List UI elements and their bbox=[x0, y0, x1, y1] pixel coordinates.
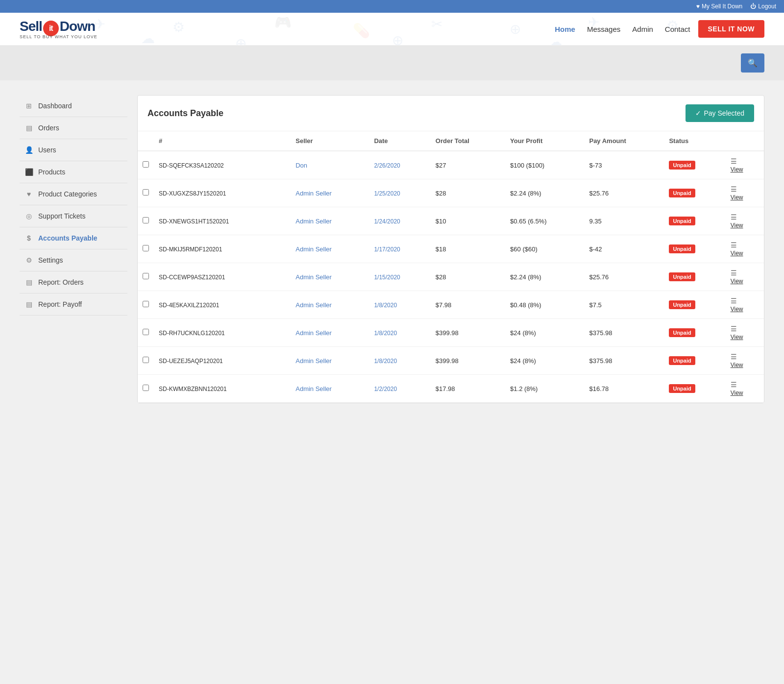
logout-link[interactable]: ⏻ Logout bbox=[750, 3, 776, 10]
sidebar-item-dashboard[interactable]: ⊞ Dashboard bbox=[20, 95, 127, 117]
row-actions: ☰ View bbox=[726, 291, 764, 319]
main-nav: Home Messages Admin Contact bbox=[555, 25, 690, 33]
view-link[interactable]: View bbox=[731, 250, 759, 257]
nav-home[interactable]: Home bbox=[555, 25, 575, 33]
row-checkbox-4[interactable] bbox=[143, 273, 149, 279]
sidebar-item-orders[interactable]: ▤ Orders bbox=[20, 117, 127, 139]
view-link[interactable]: View bbox=[731, 334, 759, 341]
row-checkbox-cell bbox=[138, 151, 154, 179]
row-your-profit: $0.65 (6.5%) bbox=[505, 207, 584, 235]
view-link[interactable]: View bbox=[731, 362, 759, 368]
seller-link[interactable]: Admin Seller bbox=[295, 329, 332, 337]
sidebar-item-product-categories[interactable]: ♥ Product Categories bbox=[20, 183, 127, 205]
sidebar-item-report-orders[interactable]: ▤ Report: Orders bbox=[20, 271, 127, 293]
view-link[interactable]: View bbox=[731, 306, 759, 313]
table-row: SD-MKIJ5RMDF120201 Admin Seller 1/17/202… bbox=[138, 235, 764, 263]
row-status: Unpaid bbox=[664, 347, 725, 375]
dashboard-icon: ⊞ bbox=[24, 102, 33, 110]
logout-label: Logout bbox=[758, 3, 776, 10]
sell-it-now-button[interactable]: SELL IT NOW bbox=[698, 20, 764, 38]
row-your-profit: $24 (8%) bbox=[505, 347, 584, 375]
product-categories-icon: ♥ bbox=[24, 190, 33, 198]
row-checkbox-8[interactable] bbox=[143, 385, 149, 391]
seller-link[interactable]: Admin Seller bbox=[295, 385, 332, 392]
sidebar-item-settings[interactable]: ⚙ Settings bbox=[20, 249, 127, 271]
heart-icon: ♥ bbox=[696, 3, 700, 10]
sidebar-item-report-payoff[interactable]: ▤ Report: Payoff bbox=[20, 293, 127, 316]
row-your-profit: $24 (8%) bbox=[505, 319, 584, 347]
row-checkbox-5[interactable] bbox=[143, 301, 149, 307]
row-date: 1/25/2020 bbox=[369, 179, 430, 207]
row-id: SD-RH7UCKNLG120201 bbox=[154, 319, 291, 347]
content-header: Accounts Payable ✓ Pay Selected bbox=[138, 96, 764, 131]
sidebar-item-users[interactable]: 👤 Users bbox=[20, 139, 127, 161]
my-account-label: My Sell It Down bbox=[702, 3, 742, 10]
content-panel: Accounts Payable ✓ Pay Selected # Seller… bbox=[137, 95, 764, 403]
th-seller: Seller bbox=[291, 131, 369, 151]
sidebar-item-products[interactable]: ⬛ Products bbox=[20, 161, 127, 183]
row-checkbox-2[interactable] bbox=[143, 217, 149, 223]
row-pay-amount: $25.76 bbox=[584, 263, 664, 291]
view-link[interactable]: View bbox=[731, 390, 759, 396]
main-container: ⊞ Dashboard ▤ Orders 👤 Users ⬛ Products … bbox=[0, 80, 784, 418]
row-actions: ☰ View bbox=[726, 347, 764, 375]
seller-link[interactable]: Admin Seller bbox=[295, 301, 332, 309]
accounts-payable-table: # Seller Date Order Total Your Profit Pa… bbox=[138, 131, 764, 403]
view-link[interactable]: View bbox=[731, 278, 759, 285]
checkmark-icon: ✓ bbox=[695, 109, 701, 117]
view-link[interactable]: View bbox=[731, 194, 759, 201]
top-bar: ♥ My Sell It Down ⏻ Logout bbox=[0, 0, 784, 13]
search-button[interactable]: 🔍 bbox=[741, 53, 764, 73]
nav-messages[interactable]: Messages bbox=[587, 25, 620, 33]
row-date: 1/24/2020 bbox=[369, 207, 430, 235]
row-order-total: $399.98 bbox=[431, 319, 505, 347]
row-date: 1/2/2020 bbox=[369, 375, 430, 403]
nav-admin[interactable]: Admin bbox=[632, 25, 653, 33]
row-checkbox-7[interactable] bbox=[143, 357, 149, 363]
view-link[interactable]: View bbox=[731, 222, 759, 229]
row-order-total: $10 bbox=[431, 207, 505, 235]
row-date: 1/8/2020 bbox=[369, 291, 430, 319]
list-icon: ☰ bbox=[731, 185, 737, 193]
sidebar-support-tickets-label: Support Tickets bbox=[38, 212, 86, 220]
row-pay-amount: $16.78 bbox=[584, 375, 664, 403]
my-account-link[interactable]: ♥ My Sell It Down bbox=[696, 3, 742, 10]
seller-link[interactable]: Admin Seller bbox=[295, 357, 332, 365]
row-checkbox-3[interactable] bbox=[143, 245, 149, 251]
row-status: Unpaid bbox=[664, 235, 725, 263]
row-status: Unpaid bbox=[664, 291, 725, 319]
seller-link[interactable]: Admin Seller bbox=[295, 218, 332, 225]
row-checkbox-6[interactable] bbox=[143, 329, 149, 335]
seller-link[interactable]: Admin Seller bbox=[295, 273, 332, 281]
row-seller: Admin Seller bbox=[291, 263, 369, 291]
status-badge: Unpaid bbox=[669, 328, 695, 337]
logo[interactable]: SellitDown SELL TO BUY WHAT YOU LOVE bbox=[20, 19, 98, 39]
row-id: SD-UEZEJ5AQP120201 bbox=[154, 347, 291, 375]
table-wrap: # Seller Date Order Total Your Profit Pa… bbox=[138, 131, 764, 403]
th-pay-amount: Pay Amount bbox=[584, 131, 664, 151]
row-order-total: $17.98 bbox=[431, 375, 505, 403]
sidebar-accounts-payable-label: Accounts Payable bbox=[38, 234, 98, 242]
seller-link[interactable]: Don bbox=[295, 162, 307, 169]
sidebar-item-accounts-payable[interactable]: $ Accounts Payable bbox=[20, 227, 127, 249]
nav-contact[interactable]: Contact bbox=[665, 25, 690, 33]
th-checkbox bbox=[138, 131, 154, 151]
list-icon: ☰ bbox=[731, 213, 737, 221]
sidebar-users-label: Users bbox=[38, 146, 56, 154]
table-row: SD-CCEWP9ASZ120201 Admin Seller 1/15/202… bbox=[138, 263, 764, 291]
seller-link[interactable]: Admin Seller bbox=[295, 245, 332, 253]
view-link[interactable]: View bbox=[731, 166, 759, 173]
row-pay-amount: $375.98 bbox=[584, 347, 664, 375]
row-status: Unpaid bbox=[664, 179, 725, 207]
row-checkbox-cell bbox=[138, 179, 154, 207]
seller-link[interactable]: Admin Seller bbox=[295, 190, 332, 197]
sidebar-item-support-tickets[interactable]: ◎ Support Tickets bbox=[20, 205, 127, 227]
row-checkbox-cell bbox=[138, 319, 154, 347]
status-badge: Unpaid bbox=[669, 189, 695, 197]
row-checkbox-1[interactable] bbox=[143, 189, 149, 195]
row-date: 2/26/2020 bbox=[369, 151, 430, 179]
row-checkbox-0[interactable] bbox=[143, 161, 149, 168]
status-badge: Unpaid bbox=[669, 300, 695, 309]
pay-selected-button[interactable]: ✓ Pay Selected bbox=[686, 104, 755, 122]
row-pay-amount: 9.35 bbox=[584, 207, 664, 235]
